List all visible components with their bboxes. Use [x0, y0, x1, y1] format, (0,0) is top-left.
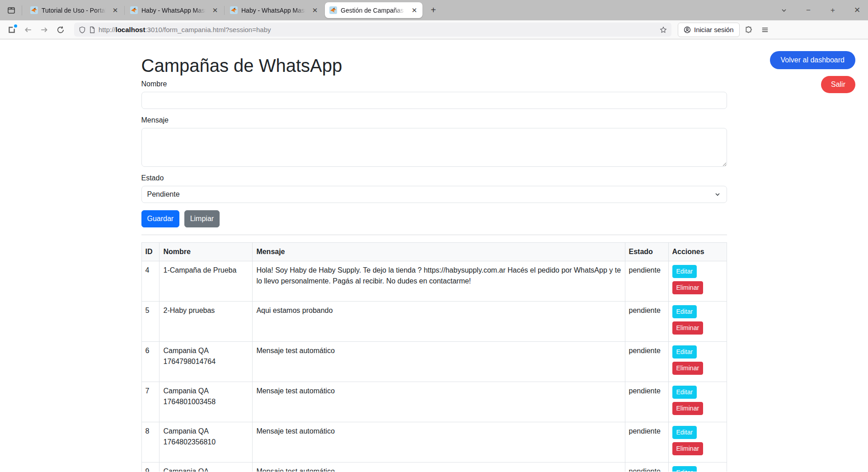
table-row: 5 2-Haby pruebas Aqui estamos probando p… — [141, 302, 727, 342]
signin-button[interactable]: Iniciar sesión — [678, 23, 740, 37]
delete-button[interactable]: Eliminar — [672, 281, 704, 294]
cell-id: 4 — [141, 261, 160, 302]
tab-close-icon[interactable]: ✕ — [211, 6, 220, 15]
menu-button[interactable] — [758, 23, 772, 37]
edit-button[interactable]: Editar — [672, 386, 697, 399]
url-text[interactable]: http://localhost:3010/form_campania.html… — [99, 26, 657, 33]
window-close-button[interactable]: ✕ — [850, 3, 864, 18]
delete-button[interactable]: Eliminar — [672, 362, 704, 375]
col-header-mensaje: Mensaje — [253, 243, 625, 261]
cell-acciones: Editar Eliminar — [668, 342, 727, 382]
cell-nombre: Campania QA 1764802356810 — [160, 422, 253, 463]
campaigns-table-body: 4 1-Campaña de Prueba Hola! Soy Haby de … — [141, 261, 727, 472]
main-container: Campañas de WhatsApp Nombre Mensaje Esta… — [136, 39, 732, 472]
tab-title: Tutorial de Uso - Portal Cl — [42, 7, 107, 14]
logout-button[interactable]: Salir — [821, 76, 855, 93]
tab-haby-1[interactable]: Haby - WhatsApp Massiv ✕ — [126, 2, 223, 18]
page-viewport: Volver al dashboard Salir Campañas de Wh… — [0, 39, 868, 472]
cell-mensaje: Mensaje test automático — [253, 342, 625, 382]
reload-button[interactable] — [53, 23, 68, 37]
bird-favicon-icon — [329, 6, 337, 14]
chevron-down-icon — [780, 7, 788, 14]
table-row: 6 Campania QA 1764798014764 Mensaje test… — [141, 342, 727, 382]
bookmark-star-icon[interactable] — [660, 26, 667, 33]
tab-divider — [124, 6, 125, 15]
cell-acciones: Editar Eliminar — [668, 463, 727, 472]
window-minimize-button[interactable]: − — [801, 3, 816, 18]
back-button[interactable] — [21, 23, 35, 37]
campaigns-table: ID Nombre Mensaje Estado Acciones 4 1-Ca… — [141, 242, 727, 472]
delete-button[interactable]: Eliminar — [672, 442, 704, 455]
notification-dot — [14, 24, 17, 28]
forward-button[interactable] — [37, 23, 52, 37]
cell-id: 9 — [141, 463, 160, 472]
list-all-tabs-button[interactable] — [777, 3, 791, 18]
tab-close-icon[interactable]: ✕ — [310, 6, 319, 15]
page-title: Campañas de WhatsApp — [141, 55, 727, 76]
save-button[interactable]: Guardar — [141, 210, 180, 227]
bird-favicon-icon — [230, 6, 238, 14]
tracking-protection-shield-icon[interactable] — [79, 26, 86, 33]
tab-close-icon[interactable]: ✕ — [410, 6, 419, 15]
browser-toolbar: http://localhost:3010/form_campania.html… — [0, 20, 868, 39]
cell-id: 8 — [141, 422, 160, 463]
edit-button[interactable]: Editar — [672, 305, 697, 318]
extensions-button[interactable] — [741, 23, 756, 37]
firefox-view-button[interactable] — [4, 3, 19, 18]
tab-title: Haby - WhatsApp Massiv — [241, 7, 307, 14]
cell-acciones: Editar Eliminar — [668, 302, 727, 342]
tab-title: Gestión de Campañas de — [341, 7, 406, 14]
sidebar-toggle-button[interactable] — [5, 23, 19, 37]
estado-select[interactable]: Pendiente — [141, 186, 727, 203]
edit-button[interactable]: Editar — [672, 345, 697, 359]
cell-nombre: Campania QA 1764798014764 — [160, 342, 253, 382]
tab-haby-2[interactable]: Haby - WhatsApp Massiv ✕ — [225, 2, 323, 18]
cell-estado: pendiente — [625, 382, 668, 422]
cell-mensaje: Aqui estamos probando — [253, 302, 625, 342]
cell-estado: pendiente — [625, 463, 668, 472]
cell-mensaje: Mensaje test automático — [253, 422, 625, 463]
new-tab-button[interactable]: + — [426, 3, 441, 18]
floating-actions: Volver al dashboard Salir — [770, 51, 855, 93]
estado-selected-value: Pendiente — [147, 190, 180, 198]
browser-tab-bar: Tutorial de Uso - Portal Cl ✕ Haby - Wha… — [0, 0, 868, 20]
window-maximize-button[interactable]: + — [826, 3, 840, 18]
cell-acciones: Editar Eliminar — [668, 422, 727, 463]
edit-button[interactable]: Editar — [672, 426, 697, 439]
col-header-estado: Estado — [625, 243, 668, 261]
nombre-input[interactable] — [141, 92, 727, 109]
mensaje-textarea[interactable] — [141, 128, 727, 167]
forward-arrow-icon — [40, 26, 48, 34]
cell-estado: pendiente — [625, 261, 668, 302]
bird-favicon-icon — [30, 6, 38, 14]
divider — [141, 235, 727, 235]
cell-estado: pendiente — [625, 422, 668, 463]
cell-nombre: Campania QA 1764803620002 — [160, 463, 253, 472]
cell-mensaje: Mensaje test automático — [253, 463, 625, 472]
cell-acciones: Editar Eliminar — [668, 261, 727, 302]
tab-divider — [224, 6, 225, 15]
form-buttons: Guardar Limpiar — [141, 210, 727, 227]
table-row: 8 Campania QA 1764802356810 Mensaje test… — [141, 422, 727, 463]
cell-id: 5 — [141, 302, 160, 342]
delete-button[interactable]: Eliminar — [672, 402, 704, 415]
back-to-dashboard-button[interactable]: Volver al dashboard — [770, 51, 855, 69]
cell-estado: pendiente — [625, 302, 668, 342]
delete-button[interactable]: Eliminar — [672, 321, 704, 335]
table-header: ID Nombre Mensaje Estado Acciones — [141, 243, 727, 261]
signin-label: Iniciar sesión — [694, 26, 734, 33]
cell-nombre: Campania QA 1764801003458 — [160, 382, 253, 422]
clear-button[interactable]: Limpiar — [184, 210, 220, 227]
tab-gestion-campanias-active[interactable]: Gestión de Campañas de ✕ — [325, 2, 422, 18]
url-bar[interactable]: http://localhost:3010/form_campania.html… — [74, 23, 671, 37]
estado-label: Estado — [141, 174, 727, 182]
tab-tutorial[interactable]: Tutorial de Uso - Portal Cl ✕ — [26, 2, 123, 18]
col-header-acciones: Acciones — [668, 243, 727, 261]
edit-button[interactable]: Editar — [672, 265, 697, 278]
edit-button[interactable]: Editar — [672, 466, 697, 472]
tab-close-icon[interactable]: ✕ — [111, 6, 120, 15]
tab-separator — [22, 5, 22, 15]
site-info-page-icon[interactable] — [89, 26, 96, 33]
bird-favicon-icon — [130, 6, 138, 14]
col-header-id: ID — [141, 243, 160, 261]
